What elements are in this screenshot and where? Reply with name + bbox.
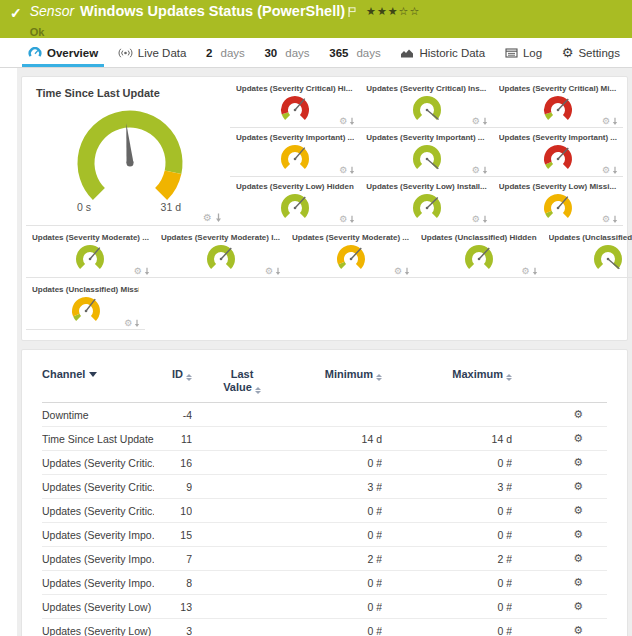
pin-icon[interactable]	[215, 213, 222, 223]
pin-icon[interactable]	[482, 117, 488, 126]
gear-icon[interactable]: ⚙	[394, 267, 402, 276]
pin-icon[interactable]	[482, 166, 488, 175]
gauge-tile[interactable]: Updates (Severity Important) ... ⚙	[493, 128, 623, 177]
channel-name-cell: Updates (Severity Critic...	[42, 475, 154, 499]
gauge-tile[interactable]: Updates (Severity Important) ... ⚙	[230, 128, 360, 177]
flag-icon[interactable]	[348, 3, 356, 20]
channel-row[interactable]: Downtime -4 ⚙	[42, 403, 607, 427]
channel-row[interactable]: Updates (Severity Critic... 9 3 # 3 # ⚙	[42, 475, 607, 499]
pin-icon[interactable]	[349, 117, 355, 126]
gauge-tile[interactable]: Updates (Severity Important) ... ⚙	[360, 128, 492, 177]
tab-log[interactable]: Log	[501, 38, 546, 67]
sort-icon	[506, 374, 512, 381]
channel-settings-gear-icon[interactable]: ⚙	[573, 456, 583, 468]
channel-settings-gear-icon[interactable]: ⚙	[573, 408, 583, 420]
channel-row[interactable]: Updates (Severity Critic... 16 0 # 0 # ⚙	[42, 451, 607, 475]
channel-last-value-cell	[192, 499, 292, 523]
status-badge: Ok	[30, 26, 421, 38]
channel-row[interactable]: Updates (Severity Impo... 15 0 # 0 # ⚙	[42, 523, 607, 547]
gauge-title: Updates (Severity Low) Missi...	[499, 182, 617, 192]
gauge-tile[interactable]: Updates (Severity Moderate) ... ⚙	[286, 226, 415, 278]
gauge-min-label: 0 s	[77, 201, 91, 213]
channel-settings-gear-icon[interactable]: ⚙	[573, 480, 583, 492]
channel-id-cell: 7	[154, 547, 192, 571]
channel-settings-gear-icon[interactable]: ⚙	[573, 624, 583, 636]
tab-2-days[interactable]: 2days	[202, 38, 249, 67]
gauge-tile[interactable]: Updates (Severity Critical) Ins... ⚙	[360, 79, 492, 128]
pin-icon[interactable]	[612, 166, 618, 175]
gauge-tile[interactable]: Updates (Severity Low) Missi... ⚙	[493, 177, 623, 226]
gauge-tile[interactable]: Updates (Severity Moderate) I... ⚙	[155, 226, 286, 278]
channel-gauge	[535, 95, 581, 127]
gear-icon[interactable]: ⚙	[265, 267, 273, 276]
gauge-tile[interactable]: Updates (Severity Moderate) ... ⚙	[26, 226, 155, 278]
gauge-tile[interactable]: Updates (Unclassified) Hidden ⚙	[415, 226, 543, 278]
channel-settings-gear-icon[interactable]: ⚙	[573, 600, 583, 612]
channel-row[interactable]: Updates (Severity Critic... 10 0 # 0 # ⚙	[42, 499, 607, 523]
gear-icon[interactable]: ⚙	[472, 215, 480, 224]
channel-gauge	[198, 244, 244, 276]
channel-row[interactable]: Updates (Severity Impo... 7 2 # 2 # ⚙	[42, 547, 607, 571]
column-header-maximum[interactable]: Maximum	[382, 360, 512, 403]
channel-minimum-cell: 0 #	[292, 571, 382, 595]
channel-settings-gear-icon[interactable]: ⚙	[573, 552, 583, 564]
pin-icon[interactable]	[349, 166, 355, 175]
gauge-tile[interactable]: Updates (Unclassified) Missing ⚙	[26, 278, 145, 330]
tab-label: Settings	[578, 47, 620, 59]
pin-icon[interactable]	[404, 267, 410, 276]
gear-icon[interactable]: ⚙	[124, 319, 132, 328]
historic-chart-icon	[400, 48, 414, 58]
channel-row[interactable]: Updates (Severity Low) ... 13 0 # 0 # ⚙	[42, 595, 607, 619]
gear-icon[interactable]: ⚙	[339, 215, 347, 224]
tab-settings[interactable]: ⚙ Settings	[558, 38, 624, 67]
channel-maximum-cell: 0 #	[382, 523, 512, 547]
tab-live-data[interactable]: Live Data	[114, 38, 191, 67]
gear-icon[interactable]: ⚙	[522, 267, 530, 276]
gear-icon[interactable]: ⚙	[134, 267, 142, 276]
pin-icon[interactable]	[482, 215, 488, 224]
gear-icon[interactable]: ⚙	[602, 215, 610, 224]
gauge-tile[interactable]: Updates (Unclassified) Install... ⚙	[543, 226, 632, 278]
column-header-minimum[interactable]: Minimum	[292, 360, 382, 403]
pin-icon[interactable]	[612, 215, 618, 224]
gauge-title: Updates (Severity Important) ...	[366, 133, 486, 143]
gear-icon[interactable]: ⚙	[203, 213, 212, 223]
pin-icon[interactable]	[612, 117, 618, 126]
gauge-tile[interactable]: Updates (Severity Critical) Mi... ⚙	[493, 79, 623, 128]
gear-icon[interactable]: ⚙	[602, 117, 610, 126]
channel-row[interactable]: Time Since Last Update 11 14 d 14 d ⚙	[42, 427, 607, 451]
gauge-tile-time-since-last-update[interactable]: Time Since Last Update 0 s 31 d ⚙	[26, 79, 230, 226]
rating-stars[interactable]: ★★★☆☆	[366, 3, 420, 20]
pin-icon[interactable]	[144, 267, 150, 276]
pin-icon[interactable]	[134, 319, 140, 328]
tab-overview[interactable]: Overview	[24, 38, 102, 67]
column-header-id[interactable]: ID	[154, 360, 192, 403]
gauge-tile[interactable]: Updates (Severity Critical) Hi... ⚙	[230, 79, 360, 128]
gear-icon[interactable]: ⚙	[339, 166, 347, 175]
column-header-last-value[interactable]: Last Value	[192, 360, 292, 403]
channel-settings-gear-icon[interactable]: ⚙	[573, 528, 583, 540]
column-header-channel[interactable]: Channel	[42, 360, 154, 403]
pin-icon[interactable]	[532, 267, 538, 276]
channel-row[interactable]: Updates (Severity Impo... 8 0 # 0 # ⚙	[42, 571, 607, 595]
settings-gear-icon: ⚙	[562, 46, 574, 59]
tab-historic-data[interactable]: Historic Data	[396, 38, 489, 67]
gauge-tile[interactable]: Updates (Severity Low) Install... ⚙	[360, 177, 492, 226]
status-check-icon: ✓	[10, 5, 22, 38]
channel-maximum-cell: 0 #	[382, 451, 512, 475]
channels-table: Channel ID Last Value Minimum Maximum	[42, 360, 607, 636]
pin-icon[interactable]	[349, 215, 355, 224]
gear-icon[interactable]: ⚙	[472, 117, 480, 126]
gear-icon[interactable]: ⚙	[472, 166, 480, 175]
gear-icon[interactable]: ⚙	[602, 166, 610, 175]
gear-icon[interactable]: ⚙	[339, 117, 347, 126]
channel-row[interactable]: Updates (Severity Low) ... 3 0 # 0 # ⚙	[42, 619, 607, 636]
tab-30-days[interactable]: 30days	[260, 38, 313, 67]
channel-settings-gear-icon[interactable]: ⚙	[573, 504, 583, 516]
tab-label: Live Data	[138, 47, 187, 59]
pin-icon[interactable]	[275, 267, 281, 276]
tab-365-days[interactable]: 365days	[325, 38, 384, 67]
gauge-tile[interactable]: Updates (Severity Low) Hidden ⚙	[230, 177, 360, 226]
channel-settings-gear-icon[interactable]: ⚙	[573, 576, 583, 588]
channel-settings-gear-icon[interactable]: ⚙	[573, 432, 583, 444]
